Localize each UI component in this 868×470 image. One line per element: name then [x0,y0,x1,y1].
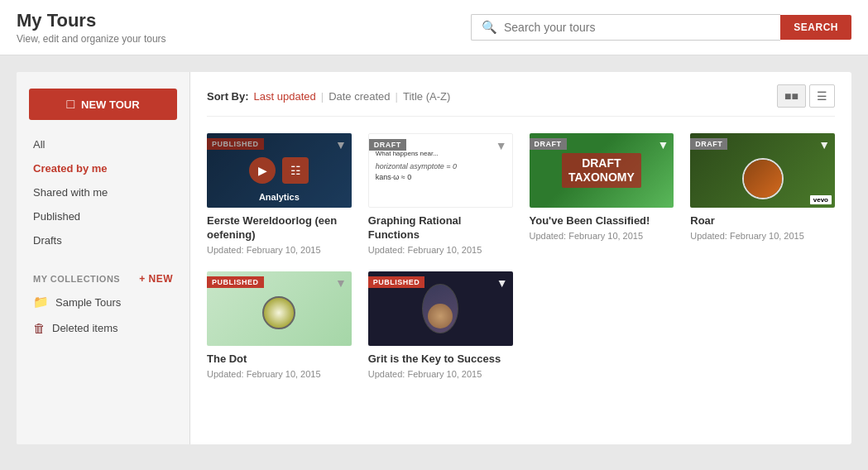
tour-badge-5: PUBLISHED [207,276,264,288]
tour-title-6: Grit is the Key to Success [368,352,513,367]
page-subtitle: View, edit and organize your tours [17,33,166,45]
tour-title-5: The Dot [207,352,352,367]
collections-label: MY COLLECTIONS [33,274,120,284]
header: My Tours View, edit and organize your to… [0,0,868,55]
taxonomy-label: DRAFTTAXONOMY [562,153,641,188]
tour-badge-3: DRAFT [530,138,567,150]
collections-section-label: MY COLLECTIONS + NEW [17,265,189,289]
sort-options: Sort By: Last updated | Date created | T… [207,90,450,103]
collection-sample-tours-label: Sample Tours [55,296,121,309]
tours-grid: … PUBLISHED ▼ ▶ ☷ Analytics Eerste Werel… [207,133,835,379]
tour-menu-3[interactable]: ▼ [657,138,669,151]
header-title-block: My Tours View, edit and organize your to… [17,10,166,45]
tour-menu-6[interactable]: ▼ [496,276,508,290]
sort-bar: Sort By: Last updated | Date created | T… [207,84,835,117]
new-tour-plus-icon: □ [66,97,74,112]
tour-updated-1: Updated: February 10, 2015 [207,245,352,255]
tour-badge-2: DRAFT [369,139,406,151]
tour-updated-3: Updated: February 10, 2015 [530,231,674,241]
tour-title-2: Graphing Rational Functions [368,214,513,242]
new-tour-button[interactable]: □ NEW TOUR [29,89,177,120]
tour-card-1[interactable]: … PUBLISHED ▼ ▶ ☷ Analytics Eerste Werel… [207,133,352,255]
folder-icon: 📁 [33,295,49,309]
new-collection-link[interactable]: + NEW [139,273,173,285]
sidebar-item-published[interactable]: Published [17,204,189,228]
tour-play-button-1[interactable]: ▶ [249,157,276,184]
view-toggle: ■■ ☰ [777,84,835,108]
list-view-button[interactable]: ☰ [809,84,835,108]
tour-title-4: Roar [690,214,835,228]
search-input[interactable] [504,21,770,34]
tour-updated-6: Updated: February 10, 2015 [368,369,513,379]
search-icon: 🔍 [482,20,497,35]
tour-menu-2[interactable]: ▼ [496,139,507,152]
tour-updated-5: Updated: February 10, 2015 [207,369,352,379]
tour-card-2[interactable]: … DRAFT ▼ What happens near... horizonta… [368,133,513,255]
tour-updated-2: Updated: February 10, 2015 [368,245,513,255]
page-title: My Tours [17,10,166,31]
grid-view-button[interactable]: ■■ [777,84,806,108]
tour-card-5[interactable]: … PUBLISHED ▼ The Dot Updated: February … [207,271,352,379]
tour-card-6[interactable]: … PUBLISHED ▼ Grit is the Key to Success… [368,271,513,379]
sidebar-item-shared-with-me[interactable]: Shared with me [17,180,189,204]
sort-title-az[interactable]: Title (A-Z) [403,90,450,103]
tour-card-3[interactable]: … DRAFT ▼ DRAFTTAXONOMY You've Been Clas… [530,133,674,255]
sidebar-item-all[interactable]: All [17,132,189,156]
content-area: Sort By: Last updated | Date created | T… [190,72,851,444]
tour-overlay-label-1: Analytics [259,192,300,202]
new-tour-label: NEW TOUR [81,98,140,111]
tour-title-3: You've Been Classified! [530,214,674,228]
trash-icon: 🗑 [33,321,46,335]
tour-menu-5[interactable]: ▼ [335,276,347,290]
tour-card-4[interactable]: … DRAFT ▼ vevo Roar Updated: Feb [690,133,835,255]
sort-label: Sort By: [207,90,249,103]
collection-deleted-items-label: Deleted items [52,322,117,334]
tour-updated-4: Updated: February 10, 2015 [690,231,835,241]
sort-last-updated[interactable]: Last updated [254,90,316,103]
tour-badge-4: DRAFT [690,138,727,150]
sidebar-nav: All Created by me Shared with me Publish… [17,132,189,252]
search-button[interactable]: SEARCH [780,15,851,40]
collection-item-sample-tours[interactable]: 📁 Sample Tours [17,289,189,315]
tour-badge-6: PUBLISHED [368,276,425,288]
sort-date-created[interactable]: Date created [328,90,390,103]
tour-analytics-button-1[interactable]: ☷ [282,157,309,184]
sidebar: □ NEW TOUR All Created by me Shared with… [17,72,190,444]
sidebar-item-drafts[interactable]: Drafts [17,228,189,252]
collection-item-deleted-items[interactable]: 🗑 Deleted items [17,315,189,341]
tour-title-1: Eerste Wereldoorlog (een oefening) [207,214,352,242]
sidebar-item-created-by-me[interactable]: Created by me [17,156,189,180]
search-bar: 🔍 SEARCH [471,14,851,41]
